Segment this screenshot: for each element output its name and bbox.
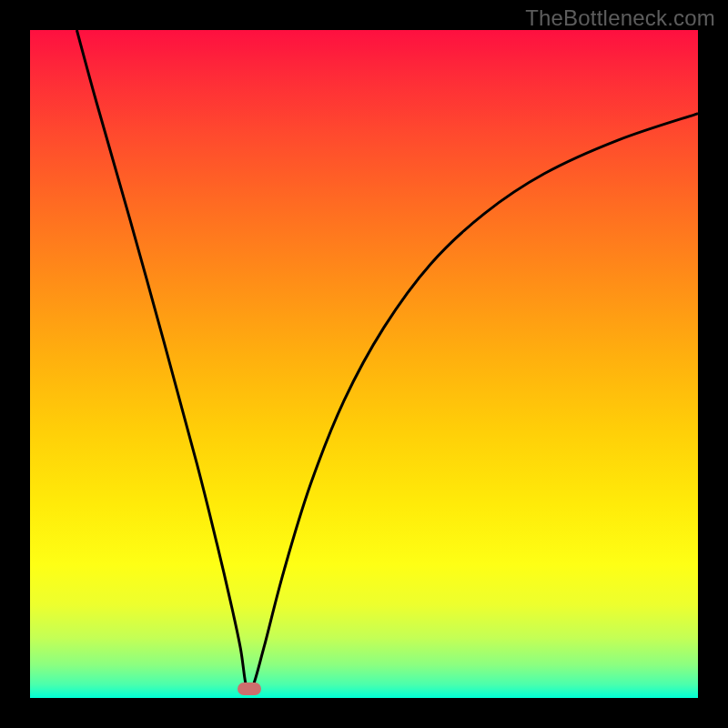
minimum-marker (238, 682, 261, 695)
plot-area (30, 30, 698, 698)
watermark-text: TheBottleneck.com (525, 5, 715, 31)
chart-frame: TheBottleneck.com (0, 0, 728, 728)
chart-line (30, 30, 698, 698)
